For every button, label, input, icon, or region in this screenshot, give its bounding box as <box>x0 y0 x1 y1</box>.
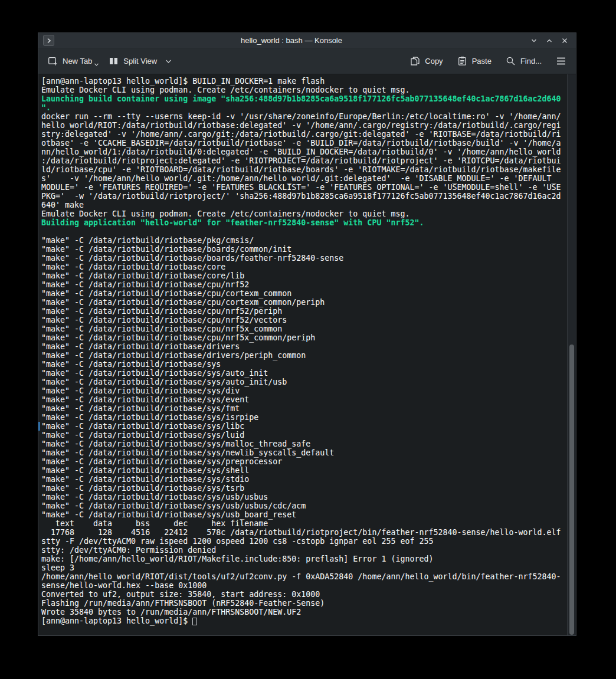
terminal-line: text data bss dec hex filename <box>41 519 565 528</box>
terminal-line: "make" -C /data/riotbuild/riotbase/sys/e… <box>41 395 565 404</box>
terminal-line: "make" -C /data/riotbuild/riotbase/cpu/n… <box>41 324 565 333</box>
terminal-line: "make" -C /data/riotbuild/riotbase/sys/f… <box>41 404 565 413</box>
paste-button[interactable]: Paste <box>457 56 492 66</box>
split-view-dropdown-caret-icon[interactable] <box>165 59 172 64</box>
titlebar[interactable]: hello_world : bash — Konsole <box>38 33 576 48</box>
terminal-line: "make" -C /data/riotbuild/riotbase/sys/a… <box>41 378 565 386</box>
new-tab-icon <box>48 56 58 66</box>
hamburger-menu-icon <box>556 57 566 65</box>
terminal-line: [ann@ann-laptop13 hello_world]$ <box>41 616 565 625</box>
maximize-icon <box>545 37 553 45</box>
konsole-app-icon[interactable] <box>43 35 54 46</box>
terminal-cursor <box>192 618 197 625</box>
close-button[interactable] <box>559 35 570 46</box>
terminal-line: stty: /dev/ttyACM0: Permission denied <box>41 546 565 555</box>
terminal-line: stty -F /dev/ttyACM0 raw ispeed 1200 osp… <box>41 537 565 546</box>
terminal-view[interactable]: [ann@ann-laptop13 hello_world]$ BUILD_IN… <box>38 74 576 635</box>
menu-button[interactable] <box>556 57 566 65</box>
find-button[interactable]: Find... <box>506 56 542 66</box>
terminal-line: 17768 128 4516 22412 578c /data/riotbuil… <box>41 528 565 537</box>
terminal-line: "make" -C /data/riotbuild/riotbase/sys/i… <box>41 413 565 422</box>
terminal-line: "make" -C /data/riotbuild/riotbase/sys/s… <box>41 466 565 475</box>
terminal-line: stry:delegated' -v '/home/ann/.cargo/git… <box>41 130 565 139</box>
terminal-line <box>41 227 565 236</box>
terminal-line: otbase' -e 'CCACHE_BASEDIR=/data/riotbui… <box>41 139 565 147</box>
terminal-line: :/data/riotbuild/riotproject:delegated' … <box>41 156 565 165</box>
terminal-line: Launching build container using image "s… <box>41 94 565 103</box>
terminal-line: "make" -C /data/riotbuild/riotbase/drive… <box>41 342 565 351</box>
terminal-line: "make" -C /data/riotbuild/riotbase/board… <box>41 245 565 254</box>
new-tab-label: New Tab <box>63 57 92 65</box>
terminal-line: "make" -C /data/riotbuild/riotbase/sys/p… <box>41 457 565 466</box>
minimize-button[interactable] <box>529 35 539 46</box>
terminal-line: "make" -C /data/riotbuild/riotbase/drive… <box>41 351 565 360</box>
terminal-line: "make" -C /data/riotbuild/riotbase/sys/n… <box>41 448 565 457</box>
new-tab-dropdown-caret-icon[interactable] <box>94 60 99 68</box>
terminal-line: hello_world/RIOT:/data/riotbuild/riotbas… <box>41 121 565 130</box>
terminal-line: "make" -C /data/riotbuild/riotbase/sys/u… <box>41 510 565 519</box>
terminal-line: sense/hello-world.hex --base 0x1000 <box>41 581 565 590</box>
terminal-line: /home/ann/hello_world/RIOT/dist/tools/uf… <box>41 572 565 581</box>
terminal-line: "make" -C /data/riotbuild/riotbase/cpu/c… <box>41 298 565 307</box>
terminal-line: sleep 3 <box>41 563 565 572</box>
toolbar-left-group: New Tab Split View <box>48 56 172 66</box>
maximize-button[interactable] <box>544 35 555 46</box>
close-icon <box>561 37 569 45</box>
paste-label: Paste <box>472 57 492 65</box>
terminal-line: Converted to uf2, output size: 35840, st… <box>41 590 565 599</box>
window-controls <box>529 35 570 46</box>
terminal-line: Flashing /run/media/ann/FTHRSNSBOOT (nRF… <box>41 599 565 608</box>
terminal-line: 640' make <box>41 201 565 209</box>
terminal-line: "make" -C /data/riotbuild/riotbase/sys/l… <box>41 422 565 431</box>
terminal-line: ". <box>41 103 565 112</box>
terminal-line: Wrote 35840 bytes to /run/media/ann/FTHR… <box>41 608 565 616</box>
split-view-icon <box>109 56 119 66</box>
terminal-line: "make" -C /data/riotbuild/riotbase/sys/s… <box>41 475 565 484</box>
copy-icon <box>410 56 420 66</box>
scrollbar[interactable] <box>567 74 576 635</box>
terminal-line: [ann@ann-laptop13 hello_world]$ BUILD_IN… <box>41 77 565 86</box>
terminal-line: PKG=' -w '/data/riotbuild/riotproject/' … <box>41 192 565 201</box>
terminal-line: Building application "hello-world" for "… <box>41 218 565 227</box>
paste-icon <box>457 56 467 66</box>
terminal-line: "make" -C /data/riotbuild/riotbase/sys/m… <box>41 439 565 448</box>
toolbar: New Tab Split View <box>38 48 576 74</box>
terminal-line: "make" -C /data/riotbuild/riotbase/sys/d… <box>41 386 565 395</box>
terminal-line: Emulate Docker CLI using podman. Create … <box>41 86 565 94</box>
terminal-line: "make" -C /data/riotbuild/riotbase/core <box>41 263 565 271</box>
terminal-line: "make" -C /data/riotbuild/riotbase/sys/a… <box>41 369 565 378</box>
terminal-line: docker run --rm --tty --userns keep-id -… <box>41 112 565 121</box>
split-view-label: Split View <box>123 57 157 65</box>
scrollbar-thumb[interactable] <box>569 345 574 635</box>
terminal-line: Emulate Docker CLI using podman. Create … <box>41 209 565 218</box>
terminal-line: s' -v '/home/ann/hello_world/.git:/home/… <box>41 174 565 183</box>
window-title: hello_world : bash — Konsole <box>54 36 529 45</box>
search-icon <box>506 56 516 66</box>
terminal-line: "make" -C /data/riotbuild/riotbase/sys/t… <box>41 484 565 493</box>
terminal-line: "make" -C /data/riotbuild/riotbase/cpu/n… <box>41 280 565 289</box>
konsole-window: hello_world : bash — Konsole <box>38 32 576 636</box>
terminal-line: "make" -C /data/riotbuild/riotbase/cpu/n… <box>41 316 565 324</box>
terminal-line: "make" -C /data/riotbuild/riotbase/pkg/c… <box>41 236 565 245</box>
terminal-line: "make" -C /data/riotbuild/riotbase/sys/u… <box>41 501 565 510</box>
minimize-icon <box>530 37 538 45</box>
terminal-line: make: [/home/ann/hello_world/RIOT/Makefi… <box>41 555 565 563</box>
terminal-line: "make" -C /data/riotbuild/riotbase/sys/l… <box>41 431 565 439</box>
toolbar-right-group: Copy Paste <box>410 56 566 66</box>
terminal-line: "make" -C /data/riotbuild/riotbase/cpu/n… <box>41 333 565 342</box>
find-label: Find... <box>520 57 542 65</box>
terminal-line: "make" -C /data/riotbuild/riotbase/cpu/n… <box>41 307 565 316</box>
terminal-line: "make" -C /data/riotbuild/riotbase/sys/u… <box>41 493 565 501</box>
terminal-line: "make" -C /data/riotbuild/riotbase/board… <box>41 254 565 263</box>
copy-button[interactable]: Copy <box>410 56 443 66</box>
terminal-output: [ann@ann-laptop13 hello_world]$ BUILD_IN… <box>41 77 565 625</box>
terminal-line: ld/riotbase/cpu' -e 'RIOTBOARD=/data/rio… <box>41 165 565 174</box>
terminal-line: "make" -C /data/riotbuild/riotbase/cpu/c… <box>41 289 565 298</box>
terminal-line: "make" -C /data/riotbuild/riotbase/sys <box>41 360 565 369</box>
konsole-chevron-icon <box>46 38 52 44</box>
terminal-line: nn/hello_world/1:/data/riotbuild/0:deleg… <box>41 147 565 156</box>
split-view-button[interactable]: Split View <box>109 56 172 66</box>
terminal-line: MODULE=' -e 'FEATURES_REQUIRED=' -e 'FEA… <box>41 183 565 192</box>
copy-label: Copy <box>425 57 443 65</box>
new-tab-button[interactable]: New Tab <box>48 56 92 66</box>
